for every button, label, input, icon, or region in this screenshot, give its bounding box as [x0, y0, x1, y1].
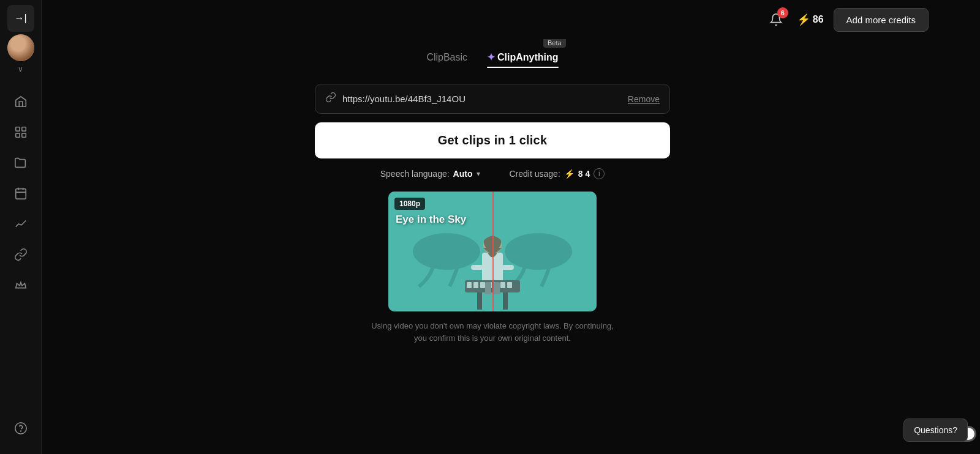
- analytics-icon: [14, 217, 28, 231]
- svg-rect-23: [507, 282, 512, 288]
- questions-button[interactable]: Questions?: [903, 419, 968, 442]
- svg-rect-19: [480, 282, 485, 288]
- svg-rect-27: [494, 282, 500, 294]
- notification-badge: 6: [777, 7, 788, 18]
- sidebar-nav: [7, 88, 34, 415]
- calendar-icon: [14, 187, 28, 200]
- sidebar-top: →| ∨: [7, 5, 34, 73]
- link-icon: [325, 92, 336, 106]
- credit-usage-label: Credit usage:: [510, 169, 560, 179]
- speech-language-dropdown[interactable]: ▾: [477, 169, 480, 178]
- svg-rect-24: [477, 292, 482, 310]
- collapse-icon: →|: [14, 13, 26, 24]
- bolt-icon: ⚡: [797, 13, 810, 26]
- sidebar-item-links[interactable]: [7, 241, 34, 268]
- svg-rect-26: [485, 282, 491, 294]
- tab-clipbasic[interactable]: ClipBasic: [426, 52, 467, 67]
- svg-point-6: [20, 431, 21, 431]
- link-icon: [14, 248, 28, 261]
- sparkle-icon: ✦: [487, 52, 495, 62]
- collapse-sidebar-button[interactable]: →|: [7, 5, 34, 32]
- resolution-badge: 1080p: [394, 198, 425, 210]
- help-icon: [14, 422, 28, 435]
- credit-info-icon[interactable]: i: [594, 168, 605, 179]
- speech-language-label: Speech language:: [380, 169, 450, 179]
- apps-icon: [14, 125, 28, 139]
- sidebar-item-home[interactable]: [7, 88, 34, 115]
- svg-rect-15: [502, 265, 514, 270]
- svg-point-5: [15, 423, 26, 434]
- add-credits-button[interactable]: Add more credits: [834, 8, 929, 32]
- get-clips-button[interactable]: Get clips in 1 click: [315, 122, 670, 158]
- home-icon: [14, 95, 28, 108]
- svg-rect-1: [21, 127, 25, 131]
- avatar-image: [7, 34, 34, 61]
- svg-rect-0: [15, 127, 19, 131]
- svg-rect-22: [500, 282, 505, 288]
- remove-url-button[interactable]: Remove: [628, 94, 660, 104]
- right-panel: [943, 0, 980, 454]
- avatar[interactable]: [7, 34, 34, 61]
- speech-language-value: Auto: [453, 169, 473, 179]
- credit-usage-setting: Credit usage: ⚡ 8 4 i: [510, 168, 605, 179]
- tab-clipanything-wrapper: Beta ✦ClipAnything: [487, 51, 559, 67]
- folder-icon: [14, 156, 28, 169]
- header: 6 ⚡ 86 Add more credits: [42, 0, 943, 39]
- video-thumbnail-container[interactable]: 1080p Eye in the Sky: [388, 192, 597, 311]
- credit-bolt-icon: ⚡: [564, 169, 575, 179]
- credits-display: ⚡ 86: [797, 13, 824, 26]
- sidebar-item-crown[interactable]: [7, 272, 34, 299]
- video-title-overlay: Eye in the Sky: [396, 214, 466, 226]
- url-input-container: https://youtu.be/44Bf3_J14OU Remove: [315, 84, 670, 114]
- svg-rect-3: [21, 133, 25, 137]
- sidebar-item-help[interactable]: [7, 415, 34, 442]
- svg-rect-2: [15, 133, 19, 137]
- svg-rect-14: [471, 265, 483, 270]
- beta-badge: Beta: [543, 39, 566, 48]
- tab-clipanything[interactable]: ✦ClipAnything: [487, 51, 559, 67]
- sidebar-item-apps[interactable]: [7, 119, 34, 146]
- sidebar-item-calendar[interactable]: [7, 180, 34, 207]
- avatar-chevron-icon[interactable]: ∨: [18, 65, 23, 73]
- sidebar-bottom: [7, 415, 34, 442]
- copyright-line1: Using video you don't own may violate co…: [339, 320, 646, 344]
- url-value: https://youtu.be/44Bf3_J14OU: [342, 94, 622, 104]
- svg-rect-4: [15, 189, 26, 199]
- video-progress-line: [492, 192, 494, 311]
- sidebar-item-analytics[interactable]: [7, 210, 34, 237]
- notification-button[interactable]: 6: [765, 9, 787, 31]
- video-thumbnail: 1080p Eye in the Sky: [388, 192, 597, 311]
- svg-rect-25: [503, 292, 508, 310]
- tabs: ClipBasic Beta ✦ClipAnything: [426, 51, 558, 67]
- credit-usage-value: 8 4: [578, 169, 590, 179]
- content-area: ClipBasic Beta ✦ClipAnything https://you…: [42, 39, 943, 454]
- speech-language-setting: Speech language: Auto ▾: [380, 169, 480, 179]
- svg-rect-17: [467, 282, 472, 288]
- crown-icon: [14, 278, 28, 292]
- sidebar: →| ∨: [0, 0, 42, 454]
- main-content: 6 ⚡ 86 Add more credits ClipBasic Beta ✦…: [42, 0, 943, 454]
- svg-rect-18: [473, 282, 478, 288]
- settings-row: Speech language: Auto ▾ Credit usage: ⚡ …: [315, 168, 670, 179]
- credits-count: 86: [813, 14, 824, 25]
- sidebar-item-folder[interactable]: [7, 149, 34, 176]
